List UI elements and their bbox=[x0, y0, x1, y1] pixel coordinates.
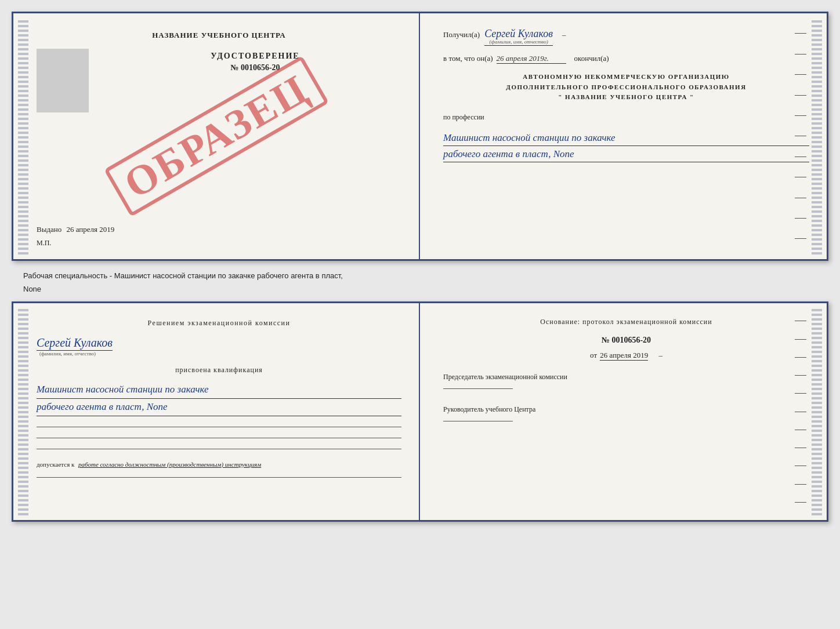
vtom-date: 26 апреля 2019г. bbox=[497, 54, 566, 64]
dopusk-text: работе согласно должностным (производств… bbox=[78, 461, 261, 468]
org-line1: АВТОНОМНУЮ НЕКОММЕРЧЕСКУЮ ОРГАНИЗАЦИЮ bbox=[443, 72, 809, 82]
udost-label: УДОСТОВЕРЕНИЕ bbox=[211, 52, 299, 61]
rukovoditel-block: Руководитель учебного Центра bbox=[443, 404, 809, 421]
org-block: АВТОНОМНУЮ НЕКОММЕРЧЕСКУЮ ОРГАНИЗАЦИЮ ДО… bbox=[443, 72, 809, 103]
poluchil-dash: – bbox=[562, 30, 566, 39]
cert-photo bbox=[37, 49, 89, 112]
resheniem-text: Решением экзаменационной комиссии bbox=[37, 318, 401, 328]
vtom-label: в том, что он(а) bbox=[443, 54, 493, 63]
qual-line1: Машинист насосной станции по закачке bbox=[37, 381, 401, 399]
predsedatel-label: Председатель экзаменационной комиссии bbox=[443, 372, 809, 383]
protocol-number: № 0010656-20 bbox=[443, 336, 809, 345]
date-value: 26 апреля 2019 bbox=[67, 225, 115, 234]
specialty-subtitle2: None bbox=[17, 281, 828, 294]
rukovoditel-label: Руководитель учебного Центра bbox=[443, 404, 809, 415]
qual-line2: рабочего агента в пласт, None bbox=[37, 399, 401, 416]
fio-name: Сергей Кулаков bbox=[37, 336, 113, 351]
right-dashes bbox=[795, 13, 806, 259]
osnovaniye-text: Основание: протокол экзаменационной коми… bbox=[443, 318, 809, 326]
predsedatel-signature bbox=[443, 388, 513, 389]
cert-date-row: Выдано 26 апреля 2019 bbox=[37, 219, 401, 234]
org-line3: " НАЗВАНИЕ УЧЕБНОГО ЦЕНТРА " bbox=[443, 92, 809, 103]
mp-label: М.П. bbox=[37, 239, 401, 248]
profession-block: Машинист насосной станции по закачке раб… bbox=[443, 130, 809, 162]
date-prefix: от bbox=[590, 351, 597, 359]
udostoverenie-block: УДОСТОВЕРЕНИЕ № 0010656-20 bbox=[109, 52, 401, 72]
udost-number: № 0010656-20 bbox=[230, 63, 280, 72]
profession-line2: рабочего агента в пласт, None bbox=[443, 146, 809, 162]
cert-bottom-left: Решением экзаменационной комиссии Сергей… bbox=[13, 303, 420, 520]
cert-bottom-right: Основание: протокол экзаменационной коми… bbox=[420, 303, 827, 520]
dopusk-prefix: допускается к bbox=[37, 461, 74, 468]
okonchil-label: окончил(а) bbox=[574, 54, 609, 63]
fio-sub: (фамилия, имя, отчество) bbox=[39, 351, 401, 357]
date-label: Выдано bbox=[37, 225, 61, 234]
org-line2: ДОПОЛНИТЕЛЬНОГО ПРОФЕССИОНАЛЬНОГО ОБРАЗО… bbox=[443, 82, 809, 93]
dopuskaetsya-block: допускается к работе согласно должностны… bbox=[37, 461, 401, 468]
certificate-bottom-spread: Решением экзаменационной комиссии Сергей… bbox=[12, 301, 828, 522]
specialty-subtitle-block: Рабочая специальность - Машинист насосно… bbox=[12, 268, 828, 294]
rukovoditel-signature bbox=[443, 421, 513, 421]
fio-block: Сергей Кулаков (фамилия, имя, отчество) bbox=[37, 336, 401, 357]
bottom-right-dashes bbox=[795, 303, 806, 520]
specialty-subtitle: Рабочая специальность - Машинист насосно… bbox=[17, 268, 828, 281]
certificate-top-spread: НАЗВАНИЕ УЧЕБНОГО ЦЕНТРА УДОСТОВЕРЕНИЕ №… bbox=[12, 12, 828, 261]
qualification-block: Машинист насосной станции по закачке раб… bbox=[37, 381, 401, 416]
profession-line1: Машинист насосной станции по закачке bbox=[443, 130, 809, 146]
po-professii-label: по профессии bbox=[443, 113, 809, 122]
poluchil-sub: (фамилия, имя, отчество) bbox=[484, 39, 553, 45]
predsedatel-block: Председатель экзаменационной комиссии bbox=[443, 372, 809, 389]
vtom-row: в том, что он(а) 26 апреля 2019г. окончи… bbox=[443, 54, 809, 64]
cert-top-left: НАЗВАНИЕ УЧЕБНОГО ЦЕНТРА УДОСТОВЕРЕНИЕ №… bbox=[13, 13, 420, 259]
protocol-date: от 26 апреля 2019 – bbox=[443, 351, 809, 360]
cert-top-right: Получил(а) Сергей Кулаков (фамилия, имя,… bbox=[420, 13, 827, 259]
poluchil-row: Получил(а) Сергей Кулаков (фамилия, имя,… bbox=[443, 28, 809, 46]
poluchil-label: Получил(а) bbox=[443, 30, 480, 39]
protocol-date-value: 26 апреля 2019 bbox=[600, 351, 648, 361]
poluchil-name: Сергей Кулаков (фамилия, имя, отчество) bbox=[484, 28, 553, 46]
prisvoena-text: присвоена квалификация bbox=[37, 366, 401, 375]
cert-top-title: НАЗВАНИЕ УЧЕБНОГО ЦЕНТРА bbox=[37, 31, 401, 40]
